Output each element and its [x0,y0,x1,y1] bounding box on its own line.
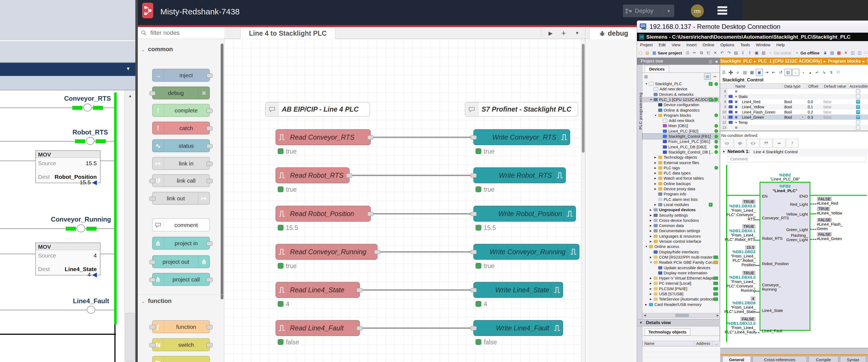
table-row-static[interactable]: 7▼Static [720,94,868,99]
expand-open-icon[interactable]: ▼ [650,261,654,264]
tree-item-program-blocks[interactable]: ▼Program blocks [643,113,720,118]
menu-help[interactable]: Help [776,43,785,47]
menu-view[interactable]: View [672,43,681,47]
tree-item-display-more-information[interactable]: Display more information [643,270,720,276]
menu-project[interactable]: Project [640,43,653,47]
insert-row-icon[interactable]: ☰ [720,69,727,76]
menu-window[interactable]: Window [756,43,770,47]
details-col-[interactable]: ... [713,341,720,346]
snapshot-icon[interactable]: ▤ [742,69,748,76]
col-header-offset[interactable]: Offset [807,84,823,89]
tree-item-card-reader-usb-memory[interactable]: ▶Card Reader/USB memory [643,302,720,307]
details-col-name[interactable]: Name [643,341,694,346]
tree-item-display-hide-interfaces[interactable]: Display/hide interfaces [643,249,720,255]
table-row--add-new-[interactable]: 13 [720,125,868,130]
details-view-header[interactable]: ▼ Details view [637,319,720,326]
split-h-icon[interactable]: ◫ [849,50,856,56]
keep-values-icon[interactable]: ≡ [735,69,741,76]
redo-icon[interactable]: ↷ [726,50,732,56]
tree-item-update-accessible-devices[interactable]: Update accessible devices [643,265,720,271]
expand-closed-icon[interactable]: ▶ [654,188,658,190]
tree-item-online-diagnostics[interactable]: Online & diagnostics [643,108,720,113]
tree-item-cross-device-functions[interactable]: ▶Cross-device functions [643,218,720,223]
tree-settings-icon[interactable]: ▧ [643,73,649,80]
rdp-titlebar[interactable]: 192.168.0.137 - Remote Desktop Connectio… [637,21,868,33]
tia-titlebar[interactable]: TIA Siemens - C:\Users\richard\Documents… [637,33,868,41]
accessible-checkbox[interactable] [856,126,860,130]
expand-closed-icon[interactable]: ▶ [650,282,654,285]
download-icon[interactable]: ⇩ [740,50,746,56]
table-row-line4-yellow[interactable]: 9Line4_YellowBool0.1false✓ [720,104,868,109]
expand-closed-icon[interactable]: ▶ [654,161,658,164]
accessible-checkbox[interactable]: ✓ [856,115,860,119]
reset-icon[interactable]: ↺ [777,69,784,76]
expand-closed-icon[interactable]: ▶ [650,287,654,290]
table-row-line4-red[interactable]: 8Line4_RedBool0.0false✓ [720,99,868,104]
expand-closed-icon[interactable]: ▶ [654,177,658,179]
tree-hscrollbar[interactable]: ◀ ▶ [643,313,720,318]
split-v-icon[interactable]: ◫ [857,50,863,56]
tree-item-external-source-files[interactable]: ▶External source files [643,160,720,166]
expand-closed-icon[interactable]: ▶ [650,224,654,227]
tree-item-device-configuration[interactable]: Device configuration [643,102,720,108]
tree-item-add-new-block[interactable]: Add new block [643,118,720,123]
step-in-icon[interactable]: ↵ [814,69,820,76]
pin-panel-icon[interactable]: ◫ [709,59,712,63]
monitor-icon[interactable]: ☼ [792,69,799,76]
coil-button[interactable]: -( )- [747,139,759,147]
expand-open-icon[interactable]: ▼ [654,114,658,117]
save-project-label[interactable]: Save project [658,51,682,55]
table-row--add-new-[interactable]: 6 [720,89,868,94]
table-row-line4-green[interactable]: 11Line4_GreenBool☰0.3false✓ [720,115,868,120]
expand-closed-icon[interactable]: ▶ [645,303,649,306]
col-header-defaultvalue[interactable]: Default value [823,84,848,89]
menu-edit[interactable]: Edit [659,43,666,47]
start-cpu-icon[interactable]: ▣ [753,50,760,56]
start-sim-icon[interactable]: ▨ [829,50,835,56]
tree-item-stacklight-control-fb1[interactable]: Stacklight_Control [FB1] [643,134,720,139]
empty-box-button[interactable]: ?? [760,139,772,147]
expand-closed-icon[interactable]: ▶ [650,219,654,222]
compile-icon[interactable]: ▤ [733,50,739,56]
tree-view-toggle-icon[interactable]: ▤ [704,73,711,80]
bottom-tab-compile[interactable]: Compile [808,356,838,362]
new-project-icon[interactable]: ▢ [637,50,644,56]
paste-icon[interactable]: ⎗ [705,50,711,56]
tree-item-program-info[interactable]: Program info [643,191,720,197]
expand-closed-icon[interactable]: ▶ [654,156,658,159]
menu-tools[interactable]: Tools [740,43,750,47]
expand-all-icon[interactable]: ▥ [784,69,792,76]
tree-item-watch-and-force-tables[interactable]: ▶Watch and force tables [643,175,720,181]
expand-closed-icon[interactable]: ▶ [654,167,658,169]
col-header-accessible[interactable]: Accessible [848,84,868,89]
tree-item-pc-internal-local[interactable]: ▶PC internal [Local] [643,281,720,286]
expand-open-icon[interactable]: ▼ [650,98,654,101]
expand-closed-icon[interactable]: ▶ [650,256,654,258]
bottom-tab-general[interactable]: General [722,356,751,362]
tree-item-plc-tags[interactable]: ▶PLC tags [643,165,720,171]
tree-item-plc-1-cpu-1212c-ac-dc-rly[interactable]: ▼PLC_1 [CPU 1212C AC/DC/Rly]✓ [643,97,720,102]
tree-item-usb-s7usb[interactable]: ▶USB [S7USB] [643,291,720,297]
accessible-checkbox[interactable] [856,94,860,99]
tree-item-add-new-device[interactable]: Add new device [643,86,720,92]
accessible-checkbox[interactable]: ✓ [856,105,860,109]
step-out-icon[interactable]: ↳ [821,69,828,76]
tree-item-version-control-interface[interactable]: ▶Version control interface [643,239,720,244]
details-col-address[interactable]: Address [694,341,713,346]
go-online-icon[interactable]: ⌁ [768,50,774,56]
expand-closed-icon[interactable]: ▶ [650,214,654,217]
modify-icon[interactable]: ↯ [828,69,835,76]
tree-item-plcsim-pn-ie[interactable]: ▶PLCSIM [PN/IE]✕ [643,286,720,291]
details-tab[interactable]: Technology objects [645,328,690,336]
accessible-checkbox[interactable]: ✓ [856,110,860,114]
go-offline-label[interactable]: Go offline [801,51,819,55]
tree-item-languages-resources[interactable]: ▶Languages & resources [643,233,720,239]
group-caret-icon[interactable]: ▼ [735,121,737,124]
expand-closed-icon[interactable]: ▶ [654,183,658,185]
tree-item-common-data[interactable]: ▶Common data [643,223,720,228]
copy-snapshot-icon[interactable]: ▦ [749,69,755,76]
network-header[interactable]: ▼Network 1:Line 4 Stacklight Control [720,148,868,155]
rt-icon[interactable]: ▥ [761,50,767,56]
contact-nc-button[interactable]: -|/|- [734,139,746,147]
table-row-temp[interactable]: 12▼Temp [720,120,868,125]
